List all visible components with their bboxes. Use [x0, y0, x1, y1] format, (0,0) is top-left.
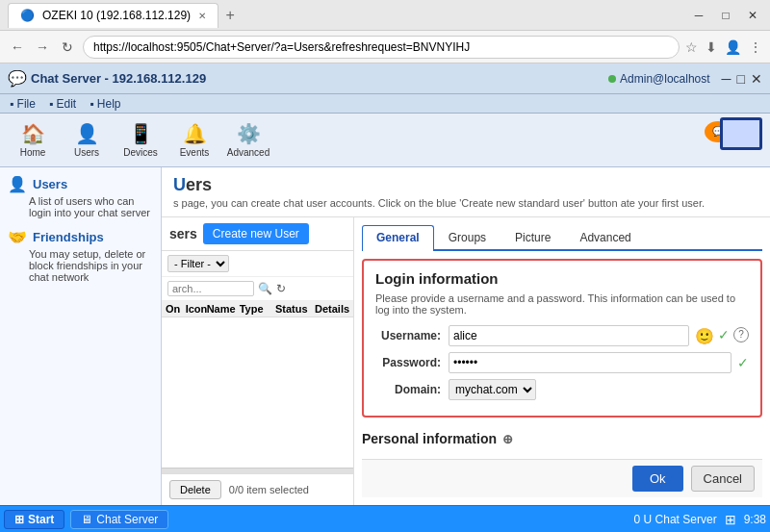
ok-btn[interactable]: Ok — [632, 466, 683, 492]
browser-window-controls: ─ □ ✕ — [689, 9, 762, 22]
personal-info-help-icon[interactable]: ⊕ — [502, 432, 513, 446]
tab-advanced[interactable]: Advanced — [565, 225, 645, 249]
back-btn[interactable]: ← — [8, 39, 27, 55]
col-name-header: Name — [207, 303, 236, 315]
tab-picture[interactable]: Picture — [500, 225, 565, 249]
tab-general[interactable]: General — [362, 225, 434, 251]
tabs: General Groups Picture Advanced — [362, 225, 762, 251]
sidebar-item-users[interactable]: 👤 Users A list of users who can login in… — [8, 175, 153, 218]
app-icon: 💬 — [8, 69, 27, 88]
browser-titlebar: 🔵 OZEKI 10 (192.168.112.129) ✕ + ─ □ ✕ — [0, 0, 770, 31]
tab-title: OZEKI 10 (192.168.112.129) — [42, 9, 191, 22]
advanced-label: Advanced — [227, 147, 270, 158]
username-check-icon: ✓ — [718, 327, 730, 345]
sidebar-users-label: Users — [33, 177, 67, 191]
create-user-btn[interactable]: Create new User — [203, 223, 309, 244]
new-tab-btn[interactable]: + — [218, 4, 242, 27]
form-footer: Ok Cancel — [362, 459, 762, 497]
user-list-footer: Delete 0/0 item selected — [162, 473, 353, 505]
smiley-icon[interactable]: 🙂 — [695, 327, 714, 345]
page-header: Uers s page, you can create chat user ac… — [162, 167, 770, 217]
search-bar: 🔍 ↻ — [162, 277, 353, 301]
menu-edit[interactable]: ▪ Edit — [43, 97, 82, 111]
toolbar-home-btn[interactable]: 🏠 Home — [8, 117, 58, 164]
col-status-header: Status — [275, 303, 311, 315]
delete-btn[interactable]: Delete — [169, 480, 221, 499]
user-list-panel: sers Create new User - Filter - 🔍 ↻ On I… — [162, 217, 354, 505]
search-input[interactable] — [167, 281, 254, 296]
start-label: Start — [28, 513, 54, 526]
app-close-btn[interactable]: ✕ — [751, 71, 762, 87]
personal-info-section: Personal information ⊕ — [362, 431, 762, 450]
advanced-icon: ⚙️ — [237, 122, 261, 145]
username-label: Username: — [375, 329, 449, 342]
browser-maximize-btn[interactable]: □ — [716, 9, 735, 22]
sidebar-friendships-desc: You may setup, delete or block friendshi… — [8, 248, 153, 283]
username-help-icon[interactable]: ? — [733, 327, 749, 342]
toolbar-events-btn[interactable]: 🔔 Events — [169, 117, 219, 164]
menu-file[interactable]: ▪ File — [4, 97, 41, 111]
refresh-btn[interactable]: ↻ — [276, 282, 286, 295]
filter-select[interactable]: - Filter - — [167, 255, 229, 272]
address-icons: ☆ ⬇ 👤 ⋮ — [685, 39, 762, 55]
app-maximize-btn[interactable]: □ — [737, 71, 745, 87]
password-input[interactable] — [449, 352, 732, 373]
toolbar-devices-btn[interactable]: 📱 Devices — [116, 117, 166, 164]
password-icons: ✓ — [737, 355, 749, 370]
user-list-body — [162, 317, 353, 468]
toolbar-users-btn[interactable]: 👤 Users — [62, 117, 112, 164]
browser-tab[interactable]: 🔵 OZEKI 10 (192.168.112.129) ✕ — [8, 3, 218, 28]
taskbar: ⊞ Start 🖥 Chat Server 0 U Chat Server ⊞ … — [0, 505, 770, 532]
download-icon[interactable]: ⬇ — [706, 39, 717, 55]
sidebar-users-desc: A list of users who can login into your … — [8, 195, 153, 218]
start-icon: ⊞ — [14, 513, 24, 526]
sidebar-friendships-label: Friendships — [33, 230, 104, 244]
form-spacer — [362, 450, 762, 459]
page-title-prefix: U — [173, 175, 186, 194]
main-content: 👤 Users A list of users who can login in… — [0, 167, 770, 505]
menu-dots-icon[interactable]: ⋮ — [749, 39, 762, 55]
username-row: Username: 🙂 ✓ ? — [375, 325, 749, 346]
content-body: sers Create new User - Filter - 🔍 ↻ On I… — [162, 217, 770, 505]
menu-bar: ▪ File ▪ Edit ▪ Help — [0, 94, 770, 114]
password-check-icon: ✓ — [737, 355, 749, 370]
browser-minimize-btn[interactable]: ─ — [689, 9, 708, 22]
users-icon: 👤 — [75, 122, 99, 145]
reload-btn[interactable]: ↻ — [58, 39, 77, 55]
col-details-header: Details — [315, 303, 349, 315]
profile-icon[interactable]: 👤 — [725, 39, 741, 55]
menu-help[interactable]: ▪ Help — [84, 97, 126, 111]
app-user: Admin@localhost — [608, 72, 710, 86]
login-info-section: Login information Please provide a usern… — [362, 259, 762, 418]
col-type-header: Type — [240, 303, 271, 315]
tab-close-btn[interactable]: ✕ — [198, 11, 206, 21]
username-input[interactable] — [449, 325, 689, 346]
address-input[interactable] — [83, 36, 680, 59]
browser-close-btn[interactable]: ✕ — [743, 9, 762, 22]
toolbar-advanced-btn[interactable]: ⚙️ Advanced — [223, 117, 273, 164]
user-table-header: On Icon Name Type Status Details — [162, 301, 353, 317]
taskbar-app-btn[interactable]: 🖥 Chat Server — [70, 510, 168, 529]
domain-select[interactable]: mychat.com — [449, 379, 536, 400]
search-btn[interactable]: 🔍 — [258, 282, 272, 295]
app-minimize-btn[interactable]: ─ — [722, 71, 732, 87]
user-list-header: sers Create new User — [162, 217, 353, 251]
domain-label: Domain: — [375, 383, 449, 396]
form-panel: General Groups Picture Advanced Login in… — [354, 217, 770, 505]
users-label: Users — [74, 147, 99, 158]
cancel-btn[interactable]: Cancel — [691, 466, 755, 492]
sidebar-friendships-title[interactable]: 🤝 Friendships — [8, 228, 153, 246]
sidebar-item-friendships[interactable]: 🤝 Friendships You may setup, delete or b… — [8, 228, 153, 283]
bookmark-icon[interactable]: ☆ — [685, 39, 698, 55]
tab-groups[interactable]: Groups — [434, 225, 500, 249]
password-label: Password: — [375, 356, 449, 369]
app-username: Admin@localhost — [620, 72, 710, 86]
start-btn[interactable]: ⊞ Start — [4, 510, 64, 529]
page-description: s page, you can create chat user account… — [173, 197, 758, 209]
login-section-title: Login information — [375, 270, 749, 287]
forward-btn[interactable]: → — [33, 39, 52, 55]
filter-bar: - Filter - — [162, 251, 353, 277]
user-list-title: sers — [169, 226, 197, 241]
toolbar: 🏠 Home 👤 Users 📱 Devices 🔔 Events ⚙️ Adv… — [0, 114, 770, 167]
sidebar-users-title[interactable]: 👤 Users — [8, 175, 153, 193]
